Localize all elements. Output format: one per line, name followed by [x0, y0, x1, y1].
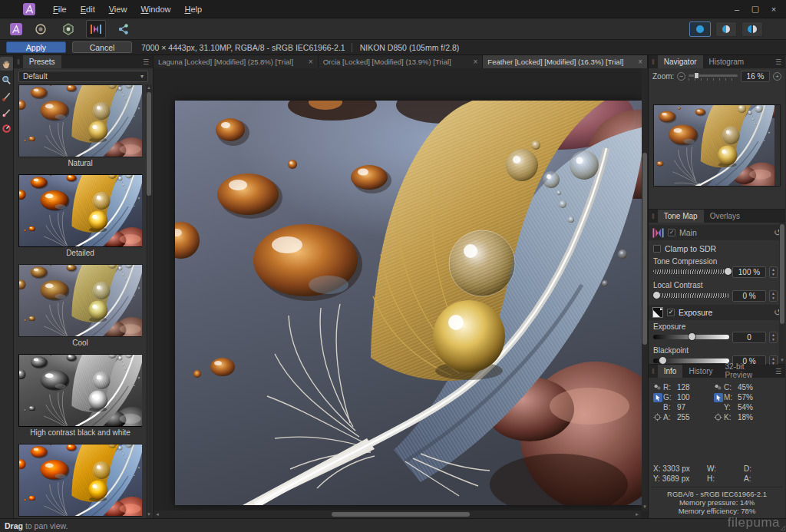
- slider-thumb[interactable]: [652, 291, 661, 299]
- rgba-readout: R:128 G:100 B:97 A:255: [652, 382, 708, 422]
- tone-compression-slider[interactable]: [653, 269, 729, 274]
- color-readouts: R:128 G:100 B:97 A:255 C:45% M:57%: [649, 378, 785, 422]
- tab-tone-map[interactable]: Tone Map: [658, 210, 704, 223]
- scrollbar-thumb[interactable]: [642, 153, 647, 345]
- tab-info[interactable]: Info: [658, 365, 683, 378]
- zoom-tool-button[interactable]: [0, 73, 13, 87]
- slider-thumb[interactable]: [659, 356, 667, 365]
- slider-thumb[interactable]: [694, 72, 699, 79]
- main-section-header[interactable]: ✓ Main ↺: [649, 225, 785, 240]
- minimize-button[interactable]: –: [729, 3, 745, 15]
- scroll-right-icon[interactable]: ►: [633, 511, 641, 518]
- exposure-stepper[interactable]: ▲▼: [769, 332, 778, 343]
- apply-button[interactable]: Apply: [6, 41, 66, 53]
- tab-overlays[interactable]: Overlays: [704, 210, 746, 223]
- tone-mapping-persona-button[interactable]: [86, 20, 106, 38]
- erase-brush-tool-button[interactable]: [0, 105, 13, 119]
- view-tool-button[interactable]: [0, 57, 13, 71]
- tab-orcia[interactable]: Orcia [Locked] [Modified] (13.9%) [Trial…: [319, 55, 484, 68]
- tab-laguna[interactable]: Laguna [Locked] [Modified] (25.8%) [Tria…: [154, 55, 319, 68]
- cancel-button[interactable]: Cancel: [72, 41, 132, 53]
- zoom-slider[interactable]: [689, 72, 738, 81]
- tone-map-panel-header: ‖ Tone Map Overlays: [649, 210, 785, 223]
- panel-grip-icon[interactable]: ‖: [14, 58, 23, 66]
- mirror-view-button[interactable]: [741, 21, 763, 37]
- tab-32bit-preview[interactable]: 32-bit Preview: [719, 365, 771, 378]
- presets-scrollbar[interactable]: ▲ ▼: [146, 84, 152, 518]
- blackpoint-slider[interactable]: [653, 359, 729, 363]
- menu-help[interactable]: Help: [178, 3, 210, 15]
- local-contrast-value-field[interactable]: 0 %: [732, 290, 766, 302]
- canvas-area[interactable]: ▼ ◄ ►: [154, 68, 648, 518]
- panel-menu-icon[interactable]: ☰: [771, 58, 785, 66]
- scrollbar-thumb[interactable]: [147, 92, 151, 196]
- menu-view[interactable]: View: [102, 3, 134, 15]
- navigator-preview[interactable]: [653, 104, 781, 187]
- preset-item-cool[interactable]: Cool: [18, 264, 142, 347]
- preset-item-detailed[interactable]: Detailed: [18, 174, 142, 257]
- zoom-out-button[interactable]: −: [677, 72, 685, 81]
- tone-compression-stepper[interactable]: ▲▼: [769, 266, 778, 278]
- info-panel-header: ‖ Info History 32-bit Preview ☰: [649, 365, 785, 378]
- clamp-to-sdr-row[interactable]: Clamp to SDR: [649, 240, 785, 255]
- exposure-section-header[interactable]: ✓ Exposure ↺: [649, 305, 785, 320]
- exposure-slider[interactable]: [653, 335, 729, 339]
- local-contrast-row: 0 % ▲▼: [649, 289, 785, 302]
- preset-item-natural[interactable]: Natural: [18, 84, 142, 167]
- canvas-horizontal-scrollbar[interactable]: ◄ ►: [154, 511, 641, 518]
- menu-edit[interactable]: Edit: [74, 3, 102, 15]
- panel-menu-icon[interactable]: ☰: [771, 368, 785, 375]
- close-tab-icon[interactable]: ×: [638, 58, 642, 66]
- tab-histogram[interactable]: Histogram: [703, 55, 751, 68]
- tab-feather[interactable]: Feather [Locked] [Modified] (16.3%) [Tri…: [483, 55, 648, 68]
- split-view-button[interactable]: [715, 21, 737, 37]
- zoom-in-button[interactable]: +: [773, 72, 781, 81]
- exposure-value-field[interactable]: 0: [732, 332, 766, 343]
- canvas-vertical-scrollbar[interactable]: ▼: [642, 68, 648, 511]
- preset-category-dropdown[interactable]: Default ▾: [18, 71, 148, 82]
- scrollbar-thumb[interactable]: [332, 512, 470, 517]
- slider-thumb[interactable]: [724, 267, 732, 276]
- panel-grip-icon[interactable]: ‖: [649, 58, 658, 66]
- document-image[interactable]: [175, 101, 642, 505]
- scroll-down-icon[interactable]: ▼: [779, 357, 785, 364]
- scroll-down-icon[interactable]: ▼: [146, 511, 152, 518]
- exposure-enabled-checkbox[interactable]: ✓: [667, 309, 675, 316]
- scroll-down-icon[interactable]: ▼: [642, 504, 648, 511]
- local-contrast-stepper[interactable]: ▲▼: [769, 290, 778, 302]
- menu-file[interactable]: File: [46, 3, 74, 15]
- preset-thumbnail: [18, 444, 142, 517]
- preset-item-vivid[interactable]: [18, 444, 142, 518]
- close-tab-icon[interactable]: ×: [309, 58, 313, 66]
- undo-brush-tool-button[interactable]: [0, 121, 13, 135]
- menu-window[interactable]: Window: [134, 3, 177, 15]
- panel-grip-icon[interactable]: ‖: [649, 368, 658, 375]
- eraser-icon: [2, 107, 12, 117]
- resize-grip-icon[interactable]: ◿: [781, 524, 785, 531]
- preset-item-high-contrast-bw[interactable]: High contrast black and white: [18, 354, 142, 437]
- panel-menu-icon[interactable]: ☰: [139, 58, 153, 66]
- develop-persona-button[interactable]: [58, 20, 78, 38]
- scrollbar-thumb[interactable]: [780, 224, 784, 324]
- tab-navigator[interactable]: Navigator: [658, 55, 703, 68]
- close-button[interactable]: ×: [766, 3, 781, 15]
- single-view-button[interactable]: [689, 21, 711, 37]
- zoom-value-field[interactable]: 16 %: [741, 71, 770, 82]
- close-tab-icon[interactable]: ×: [474, 58, 478, 66]
- tone-map-scrollbar[interactable]: ▼: [779, 223, 785, 364]
- main-enabled-checkbox[interactable]: ✓: [668, 229, 675, 236]
- scroll-up-icon[interactable]: ▲: [146, 84, 152, 91]
- tab-presets[interactable]: Presets: [23, 55, 61, 68]
- local-contrast-slider[interactable]: [653, 293, 729, 298]
- export-persona-button[interactable]: [114, 20, 134, 38]
- liquify-persona-button[interactable]: [31, 20, 51, 38]
- slider-thumb[interactable]: [688, 332, 696, 341]
- scroll-left-icon[interactable]: ◄: [154, 511, 161, 518]
- photo-persona-button[interactable]: [6, 20, 26, 38]
- panel-grip-icon[interactable]: ‖: [649, 213, 658, 220]
- tab-history[interactable]: History: [682, 365, 718, 378]
- clamp-to-sdr-checkbox[interactable]: [653, 245, 661, 253]
- maximize-button[interactable]: ▢: [748, 3, 763, 15]
- paint-brush-tool-button[interactable]: [0, 89, 13, 103]
- tone-compression-value-field[interactable]: 100 %: [732, 266, 766, 278]
